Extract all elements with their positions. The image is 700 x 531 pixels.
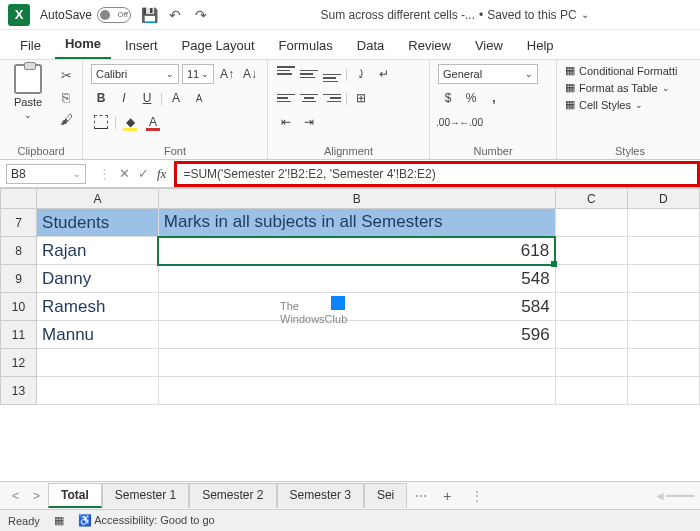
font-size-select[interactable]: 11⌄ xyxy=(182,64,214,84)
cell[interactable] xyxy=(555,377,627,405)
paste-button[interactable]: Paste ⌄ xyxy=(8,64,48,120)
column-header[interactable]: D xyxy=(627,189,699,209)
sheet-nav-next[interactable]: > xyxy=(27,489,46,503)
sheet-tab[interactable]: Semester 3 xyxy=(277,483,364,508)
cell[interactable]: Rajan xyxy=(37,237,159,265)
cell[interactable] xyxy=(627,293,699,321)
column-header[interactable]: C xyxy=(555,189,627,209)
cell[interactable]: Mannu xyxy=(37,321,159,349)
undo-icon[interactable]: ↶ xyxy=(167,7,183,23)
increase-font-icon[interactable]: A↑ xyxy=(217,64,237,84)
row-header[interactable]: 10 xyxy=(1,293,37,321)
menu-tab-formulas[interactable]: Formulas xyxy=(269,32,343,59)
merge-icon[interactable]: ⊞ xyxy=(351,88,371,108)
save-icon[interactable]: 💾 xyxy=(141,7,157,23)
number-format-select[interactable]: General⌄ xyxy=(438,64,538,84)
cell[interactable]: 584 xyxy=(158,293,555,321)
cell[interactable]: 596 xyxy=(158,321,555,349)
underline-button[interactable]: U xyxy=(137,88,157,108)
menu-tab-help[interactable]: Help xyxy=(517,32,564,59)
comma-icon[interactable]: , xyxy=(484,88,504,108)
accessibility-status[interactable]: ♿ Accessibility: Good to go xyxy=(78,514,215,527)
font-name-select[interactable]: Calibri⌄ xyxy=(91,64,179,84)
select-all-corner[interactable] xyxy=(1,189,37,209)
sheet-tab[interactable]: Total xyxy=(48,483,102,508)
row-header[interactable]: 11 xyxy=(1,321,37,349)
cell[interactable] xyxy=(627,377,699,405)
wrap-text-icon[interactable]: ↵ xyxy=(374,64,394,84)
cell[interactable] xyxy=(158,377,555,405)
cell[interactable] xyxy=(37,377,159,405)
macro-icon[interactable]: ▦ xyxy=(54,514,64,527)
menu-tab-view[interactable]: View xyxy=(465,32,513,59)
format-painter-icon[interactable]: 🖌 xyxy=(58,111,74,127)
menu-tab-data[interactable]: Data xyxy=(347,32,394,59)
add-sheet-button[interactable]: + xyxy=(435,488,459,504)
font-color-button[interactable]: A xyxy=(143,112,163,132)
sheet-tab[interactable]: Semester 2 xyxy=(189,483,276,508)
decrease-font-icon[interactable]: A xyxy=(189,88,209,108)
cell[interactable] xyxy=(555,237,627,265)
decrease-indent-icon[interactable]: ⇤ xyxy=(276,112,296,132)
fx-icon[interactable]: fx xyxy=(157,166,166,182)
cell[interactable] xyxy=(37,349,159,377)
decrease-decimal-icon[interactable]: ←.00 xyxy=(461,112,481,132)
autosave-toggle[interactable]: AutoSave Off xyxy=(40,7,131,23)
toggle-switch[interactable]: Off xyxy=(97,7,131,23)
name-box[interactable]: B8⌄ xyxy=(6,164,86,184)
document-title[interactable]: Sum across different cells -... • Saved … xyxy=(217,8,692,22)
orientation-icon[interactable]: ⤸ xyxy=(351,64,371,84)
menu-tab-home[interactable]: Home xyxy=(55,30,111,59)
fill-color-button[interactable]: ◆ xyxy=(120,112,140,132)
align-left-icon[interactable] xyxy=(276,88,296,108)
sheet-tab[interactable]: Semester 1 xyxy=(102,483,189,508)
currency-icon[interactable]: $ xyxy=(438,88,458,108)
cut-icon[interactable]: ✂ xyxy=(58,67,74,83)
cell-styles-button[interactable]: ▦Cell Styles ⌄ xyxy=(565,98,643,111)
column-header[interactable]: A xyxy=(37,189,159,209)
row-header[interactable]: 8 xyxy=(1,237,37,265)
spreadsheet-grid[interactable]: ABCD 7StudentsMarks in all subjects in a… xyxy=(0,188,700,438)
increase-indent-icon[interactable]: ⇥ xyxy=(299,112,319,132)
cell[interactable] xyxy=(627,349,699,377)
cell[interactable] xyxy=(158,349,555,377)
borders-button[interactable] xyxy=(91,112,111,132)
cell[interactable]: 618 xyxy=(158,237,555,265)
cell[interactable] xyxy=(627,237,699,265)
cell[interactable] xyxy=(627,265,699,293)
increase-font-icon[interactable]: A xyxy=(166,88,186,108)
align-bottom-icon[interactable] xyxy=(322,64,342,84)
cell[interactable]: Marks in all subjects in all Semesters xyxy=(158,209,555,237)
cell[interactable]: 548 xyxy=(158,265,555,293)
cell[interactable] xyxy=(555,209,627,237)
conditional-formatting-button[interactable]: ▦Conditional Formatti xyxy=(565,64,677,77)
cell[interactable]: Danny xyxy=(37,265,159,293)
redo-icon[interactable]: ↷ xyxy=(193,7,209,23)
cell[interactable] xyxy=(555,321,627,349)
align-top-icon[interactable] xyxy=(276,64,296,84)
cell[interactable]: Ramesh xyxy=(37,293,159,321)
sheet-more-icon[interactable]: ⋯ xyxy=(409,489,433,503)
align-middle-icon[interactable] xyxy=(299,64,319,84)
align-right-icon[interactable] xyxy=(322,88,342,108)
cancel-icon[interactable]: ✕ xyxy=(119,166,130,181)
menu-tab-file[interactable]: File xyxy=(10,32,51,59)
increase-decimal-icon[interactable]: .00→ xyxy=(438,112,458,132)
cell[interactable]: Students xyxy=(37,209,159,237)
format-as-table-button[interactable]: ▦Format as Table ⌄ xyxy=(565,81,670,94)
copy-icon[interactable]: ⎘ xyxy=(58,89,74,105)
cell[interactable] xyxy=(627,321,699,349)
column-header[interactable]: B xyxy=(158,189,555,209)
row-header[interactable]: 13 xyxy=(1,377,37,405)
formula-input[interactable]: =SUM('Semester 2'!B2:E2, 'Semester 4'!B2… xyxy=(174,161,700,187)
bold-button[interactable]: B xyxy=(91,88,111,108)
percent-icon[interactable]: % xyxy=(461,88,481,108)
cell[interactable] xyxy=(555,265,627,293)
menu-tab-review[interactable]: Review xyxy=(398,32,461,59)
align-center-icon[interactable] xyxy=(299,88,319,108)
row-header[interactable]: 7 xyxy=(1,209,37,237)
cell[interactable] xyxy=(555,349,627,377)
row-header[interactable]: 9 xyxy=(1,265,37,293)
row-header[interactable]: 12 xyxy=(1,349,37,377)
cell[interactable] xyxy=(555,293,627,321)
